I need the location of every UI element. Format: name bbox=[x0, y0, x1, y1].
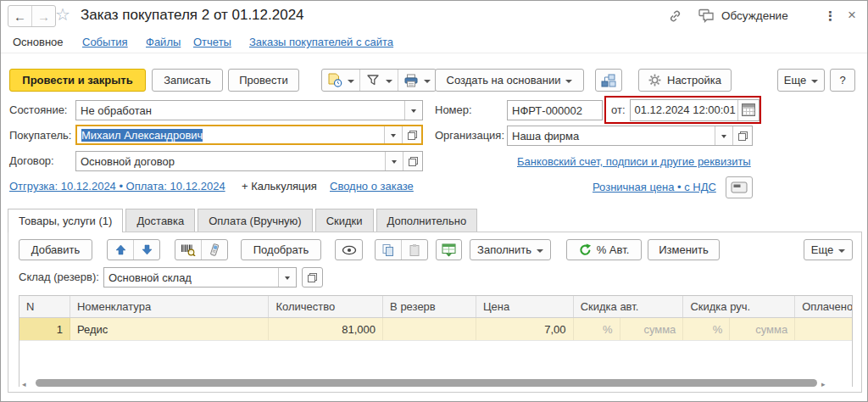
print-menu-button[interactable] bbox=[398, 70, 436, 91]
auto-discount-button[interactable]: % Авт. bbox=[566, 239, 642, 260]
load-from-file-button[interactable] bbox=[436, 239, 462, 260]
calculation-label[interactable]: + Калькуляция bbox=[242, 180, 317, 193]
number-field[interactable]: НФРТ-000002 bbox=[507, 100, 603, 120]
copy-icon bbox=[381, 243, 395, 257]
horizontal-scrollbar-thumb[interactable] bbox=[36, 379, 817, 387]
tab-delivery[interactable]: Доставка bbox=[125, 209, 195, 232]
nav-row: Основное События Файлы Отчеты Заказы пок… bbox=[1, 31, 867, 53]
warehouse-open-button[interactable] bbox=[302, 267, 323, 288]
link-icon bbox=[667, 8, 683, 24]
post-button[interactable]: Провести bbox=[228, 69, 299, 92]
col-paid: Оплачено bbox=[795, 296, 852, 317]
arrow-down-icon bbox=[142, 244, 153, 255]
warehouse-field[interactable]: Основной склад bbox=[103, 267, 297, 288]
save-button[interactable]: Записать bbox=[152, 69, 223, 92]
order-summary-link[interactable]: Сводно о заказе bbox=[330, 180, 414, 193]
close-icon[interactable]: × bbox=[848, 7, 856, 24]
cell-disc-auto-pct[interactable]: % bbox=[574, 318, 620, 340]
contract-dropdown-button[interactable] bbox=[385, 152, 403, 170]
move-up-button[interactable] bbox=[108, 240, 133, 260]
paste-button[interactable] bbox=[401, 240, 427, 260]
cell-disc-man-pct[interactable]: % bbox=[683, 318, 730, 340]
price-settings-button[interactable] bbox=[726, 176, 753, 198]
fill-button[interactable]: Заполнить bbox=[470, 239, 551, 260]
buyer-open-button[interactable] bbox=[402, 126, 421, 143]
warehouse-label: Склад (резерв): bbox=[19, 271, 99, 283]
forward-button[interactable]: → bbox=[31, 6, 55, 26]
buyer-label: Покупатель: bbox=[9, 129, 71, 142]
retail-price-link[interactable]: Розничная цена • с НДС bbox=[593, 181, 716, 193]
view-button[interactable] bbox=[335, 239, 363, 260]
tab-payment[interactable]: Оплата (Вручную) bbox=[198, 209, 312, 232]
cell-reserve[interactable] bbox=[383, 318, 476, 340]
contract-open-button[interactable] bbox=[403, 152, 422, 170]
subordination-structure-button[interactable] bbox=[595, 69, 622, 92]
nav-item-files[interactable]: Файлы bbox=[146, 36, 181, 48]
pick-items-button[interactable]: Подобрать bbox=[241, 239, 321, 260]
move-down-button[interactable] bbox=[133, 240, 159, 260]
page-title: Заказ покупателя 2 от 01.12.2024 bbox=[81, 7, 304, 24]
bank-details-link[interactable]: Банковский счет, подписи и другие реквиз… bbox=[517, 155, 751, 168]
cell-paid[interactable] bbox=[795, 318, 852, 340]
tab-additional[interactable]: Дополнительно bbox=[376, 209, 478, 232]
price-card-icon bbox=[731, 181, 748, 193]
goods-panel: Добавить Подобрать bbox=[8, 232, 862, 393]
nav-item-reports[interactable]: Отчеты bbox=[193, 36, 231, 48]
scroll-left-icon[interactable]: ◂ bbox=[22, 380, 26, 388]
state-dropdown-button[interactable] bbox=[404, 101, 422, 120]
copy-button[interactable] bbox=[376, 240, 401, 260]
cell-price[interactable]: 7,00 bbox=[476, 318, 574, 340]
post-and-close-button[interactable]: Провести и закрыть bbox=[9, 69, 146, 92]
document-clock-icon bbox=[327, 73, 342, 87]
calendar-button[interactable] bbox=[737, 100, 759, 120]
create-based-on-button[interactable]: Создать на основании bbox=[435, 69, 584, 92]
help-button[interactable]: ? bbox=[830, 69, 855, 92]
cell-disc-auto-sum[interactable]: сумма bbox=[620, 318, 684, 340]
cell-qty[interactable]: 81,000 bbox=[269, 318, 383, 340]
back-button[interactable]: ← bbox=[8, 6, 31, 26]
cell-item[interactable]: Редис bbox=[70, 318, 269, 340]
discussion-button[interactable]: Обсуждение bbox=[698, 8, 788, 23]
add-row-button[interactable]: Добавить bbox=[19, 239, 92, 260]
nav-item-main[interactable]: Основное bbox=[13, 36, 64, 48]
grid-more-button[interactable]: Еще bbox=[804, 239, 853, 260]
more-button[interactable]: Еще bbox=[777, 69, 825, 92]
organization-label: Организация: bbox=[435, 129, 504, 142]
scroll-right-icon[interactable]: ▸ bbox=[821, 380, 826, 388]
contract-label: Договор: bbox=[9, 154, 54, 167]
edit-button[interactable]: Изменить bbox=[648, 239, 720, 260]
organization-dropdown-button[interactable] bbox=[715, 126, 732, 145]
data-terminal-button[interactable] bbox=[201, 240, 227, 260]
filter-menu-button[interactable] bbox=[359, 70, 398, 91]
number-label: Номер: bbox=[435, 103, 472, 116]
grid-row[interactable]: 1 Редис 81,000 7,00 % сумма % сумма bbox=[19, 318, 852, 341]
warehouse-dropdown-button[interactable] bbox=[278, 268, 296, 287]
buyer-dropdown-button[interactable] bbox=[384, 126, 402, 143]
tab-goods-services[interactable]: Товары, услуги (1) bbox=[8, 209, 123, 232]
contract-field[interactable]: Основной договор bbox=[75, 151, 423, 171]
more-vertical-icon[interactable]: ⋮ bbox=[824, 8, 837, 24]
buyer-field[interactable]: Михаил Александрович bbox=[75, 125, 423, 145]
date-field[interactable]: 01.12.2024 12:00:01 bbox=[630, 99, 760, 121]
nav-item-site-orders[interactable]: Заказы покупателей с сайта bbox=[249, 36, 393, 48]
grid-left-border bbox=[19, 295, 19, 387]
tab-discounts[interactable]: Скидки bbox=[315, 209, 374, 232]
scan-barcode-button[interactable] bbox=[175, 240, 201, 260]
get-link-button[interactable] bbox=[667, 8, 683, 24]
chevron-down-icon bbox=[721, 135, 726, 141]
col-disc-manual: Скидка руч. bbox=[683, 296, 795, 317]
cell-n[interactable]: 1 bbox=[19, 318, 70, 340]
favorite-star-icon[interactable]: ☆ bbox=[55, 6, 70, 23]
state-field[interactable]: Не обработан bbox=[75, 100, 423, 120]
open-icon bbox=[409, 157, 418, 166]
shipping-payment-link[interactable]: Отгрузка: 10.12.2024 • Оплата: 10.12.202… bbox=[9, 180, 225, 193]
posting-menu-button[interactable] bbox=[322, 70, 359, 91]
col-qty: Количество bbox=[269, 296, 383, 317]
organization-open-button[interactable] bbox=[732, 126, 752, 145]
items-grid: N Номенклатура Количество В резерв Цена … bbox=[19, 295, 853, 341]
green-table-icon bbox=[442, 243, 456, 257]
nav-item-events[interactable]: События bbox=[82, 36, 128, 48]
settings-button[interactable]: Настройка bbox=[638, 69, 732, 92]
organization-field[interactable]: Наша фирма bbox=[507, 126, 753, 146]
cell-disc-man-sum[interactable]: сумма bbox=[730, 318, 795, 340]
